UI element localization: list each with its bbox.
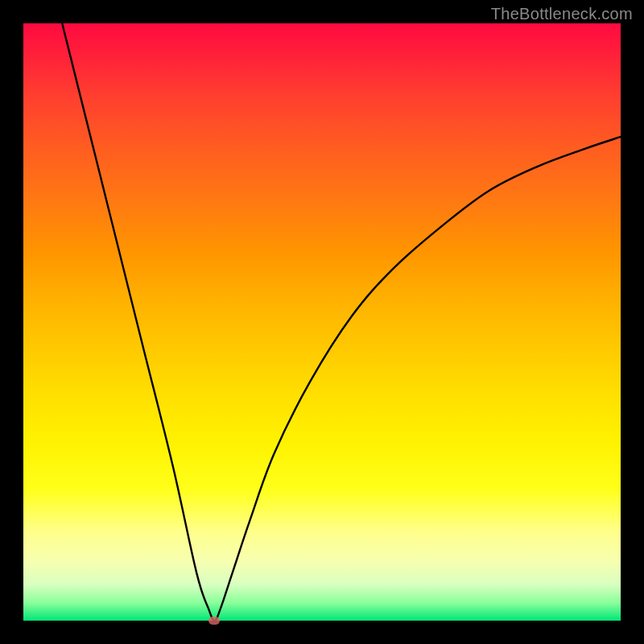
watermark-text: TheBottleneck.com xyxy=(491,5,633,23)
chart-frame: TheBottleneck.com xyxy=(0,0,644,644)
optimum-marker xyxy=(208,617,220,625)
chart-plot-area xyxy=(23,23,621,621)
bottleneck-curve xyxy=(23,23,621,621)
